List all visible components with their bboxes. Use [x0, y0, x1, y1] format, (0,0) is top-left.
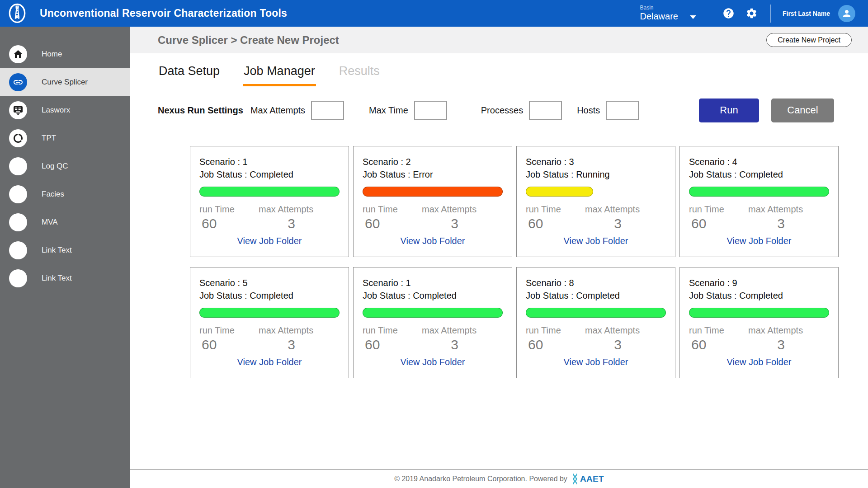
cancel-button[interactable]: Cancel — [771, 99, 834, 122]
help-icon[interactable] — [722, 7, 735, 19]
run-time-label: run Time — [526, 204, 585, 215]
tab-data-setup[interactable]: Data Setup — [158, 64, 221, 86]
max-attempts-value: 3 — [259, 216, 324, 231]
user-name: First Last Name — [783, 10, 830, 17]
run-time-label: run Time — [689, 204, 748, 215]
chevron-down-icon — [690, 15, 696, 19]
field-label: Processes — [481, 105, 523, 116]
run-time-label: run Time — [363, 325, 422, 336]
scenario-title: Scenario : 4 — [689, 155, 829, 168]
job-progress-bar — [363, 187, 503, 197]
job-progress-bar — [199, 308, 340, 318]
sidebar-item-curve-splicer[interactable]: Curve Splicer — [0, 68, 130, 96]
scenario-cards-grid: Scenario : 1 Job Status : Completed run … — [190, 146, 868, 378]
max-attempts-label: max Attempts — [422, 204, 487, 215]
sidebar-item-label: Home — [42, 50, 62, 59]
job-progress-track — [363, 187, 503, 197]
breadcrumb: Curve Splicer > Create New Project — [158, 34, 339, 47]
view-job-folder-link[interactable]: View Job Folder — [199, 357, 340, 367]
sidebar-item-label: Link Text — [42, 274, 72, 283]
scenario-title: Scenario : 5 — [199, 277, 340, 289]
data-usage-icon — [9, 129, 27, 147]
blank-circle — [9, 157, 27, 175]
blank-circle — [9, 185, 27, 203]
job-progress-bar — [526, 308, 666, 318]
scenario-title: Scenario : 1 — [363, 277, 503, 289]
processes-input[interactable] — [529, 101, 562, 120]
max-attempts-label: max Attempts — [748, 204, 814, 215]
sidebar-item-log-qc[interactable]: Log QC — [0, 152, 130, 180]
create-new-project-button[interactable]: Create New Project — [766, 33, 852, 47]
sidebar-item-lasworx[interactable]: Lasworx — [0, 96, 130, 124]
scenario-card-8: Scenario : 9 Job Status : Completed run … — [679, 267, 839, 378]
sidebar-item-link-text-8[interactable]: Link Text — [0, 264, 130, 292]
job-status-text: Job Status : Running — [526, 168, 666, 181]
run-time-value: 60 — [363, 216, 422, 231]
job-progress-bar — [689, 187, 829, 197]
max-attempts-value: 3 — [748, 337, 814, 352]
basin-dropdown[interactable]: Basin Delaware — [640, 5, 696, 22]
copyright-text: © 2019 Anadarko Petroleum Corporation. P… — [394, 475, 567, 483]
view-job-folder-link[interactable]: View Job Folder — [363, 357, 503, 367]
scenario-card-6: Scenario : 1 Job Status : Completed run … — [353, 267, 512, 378]
max-attempts-label: max Attempts — [259, 204, 324, 215]
gear-icon[interactable] — [745, 7, 758, 19]
scenario-card-1: Scenario : 1 Job Status : Completed run … — [190, 146, 349, 257]
sidebar-item-label: Lasworx — [42, 106, 70, 115]
scenario-title: Scenario : 3 — [526, 155, 666, 168]
header-divider — [770, 5, 771, 23]
keyboard-icon — [9, 101, 27, 119]
view-job-folder-link[interactable]: View Job Folder — [526, 236, 666, 246]
view-job-folder-link[interactable]: View Job Folder — [689, 236, 829, 246]
scenario-card-5: Scenario : 5 Job Status : Completed run … — [190, 267, 349, 378]
sidebar-item-home[interactable]: Home — [0, 40, 130, 68]
run-time-value: 60 — [689, 216, 748, 231]
tab-job-manager[interactable]: Job Manager — [243, 64, 316, 86]
breadcrumb-bar: Curve Splicer > Create New Project Creat… — [130, 27, 868, 53]
scenario-card-2: Scenario : 2 Job Status : Error run Time… — [353, 146, 512, 257]
view-job-folder-link[interactable]: View Job Folder — [689, 357, 829, 367]
max-attempts-input[interactable] — [311, 101, 344, 120]
avatar[interactable] — [838, 5, 855, 22]
field-hosts: Hosts — [577, 101, 639, 120]
sidebar-item-label: Facies — [42, 190, 64, 199]
max-attempts-value: 3 — [585, 216, 651, 231]
main-content: Curve Splicer > Create New Project Creat… — [130, 27, 868, 488]
scenario-title: Scenario : 1 — [199, 155, 340, 168]
max-attempts-value: 3 — [259, 337, 324, 352]
basin-label: Basin — [640, 5, 696, 11]
job-status-text: Job Status : Completed — [689, 289, 829, 302]
max-attempts-label: max Attempts — [422, 325, 487, 336]
view-job-folder-link[interactable]: View Job Folder — [526, 357, 666, 367]
aaet-logo: AAET — [571, 474, 604, 484]
field-label: Hosts — [577, 105, 600, 116]
run-time-label: run Time — [363, 204, 422, 215]
hosts-input[interactable] — [606, 101, 639, 120]
sidebar-item-label: MVA — [42, 218, 58, 227]
run-time-label: run Time — [199, 204, 259, 215]
scenario-title: Scenario : 9 — [689, 277, 829, 289]
app-title: Unconventional Reservoir Characterizatio… — [40, 7, 287, 19]
footer: © 2019 Anadarko Petroleum Corporation. P… — [130, 469, 868, 488]
sidebar-item-tpt[interactable]: TPT — [0, 124, 130, 152]
job-progress-track — [199, 187, 340, 197]
sidebar-item-mva[interactable]: MVA — [0, 208, 130, 236]
job-progress-track — [689, 187, 829, 197]
max-attempts-label: max Attempts — [259, 325, 324, 336]
run-time-value: 60 — [363, 337, 422, 352]
view-job-folder-link[interactable]: View Job Folder — [363, 236, 503, 246]
run-time-label: run Time — [526, 325, 585, 336]
sidebar-item-link-text-7[interactable]: Link Text — [0, 236, 130, 264]
run-button[interactable]: Run — [699, 99, 759, 122]
tab-bar: Data Setup Job Manager Results — [158, 64, 868, 86]
job-progress-bar — [199, 187, 340, 197]
job-progress-bar — [363, 308, 503, 318]
sidebar-item-facies[interactable]: Facies — [0, 180, 130, 208]
max-time-input[interactable] — [414, 101, 447, 120]
sidebar-item-label: Log QC — [42, 162, 68, 171]
link-icon — [9, 73, 27, 91]
view-job-folder-link[interactable]: View Job Folder — [199, 236, 340, 246]
sidebar-item-label: Link Text — [42, 246, 72, 255]
dna-helix-icon — [571, 474, 579, 484]
run-time-value: 60 — [526, 337, 585, 352]
